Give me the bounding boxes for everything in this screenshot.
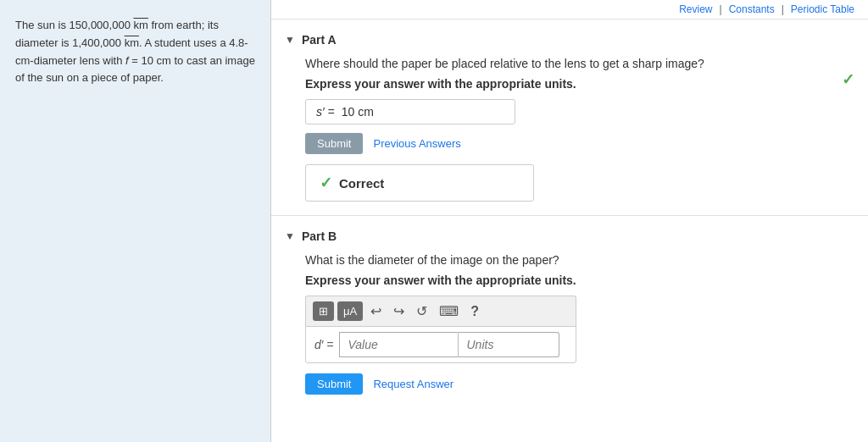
part-a-collapse-arrow: ▼ [285,34,295,46]
refresh-icon: ↺ [416,304,427,318]
sep-2: | [782,3,784,15]
grid-icon: ⊞ [319,305,328,318]
part-a-section: ▼ Part A ✓ Where should the paper be pla… [271,19,868,216]
part-a-checkmark: ✓ [842,70,854,89]
problem-text: The sun is 150,000,000 km from earth; it… [15,19,255,84]
part-a-label: Part A [302,33,337,47]
part-b-header[interactable]: ▼ Part B [271,229,868,253]
refresh-button[interactable]: ↺ [412,301,431,321]
help-button[interactable]: ? [466,302,483,321]
part-a-header[interactable]: ▼ Part A [271,33,868,57]
part-a-eq-label: s′ = [316,105,335,119]
keyboard-button[interactable]: ⌨ [435,301,463,321]
part-b-toolbar: ⊞ μA ↩ ↪ ↺ ⌨ ? [305,296,576,326]
part-b-section: ▼ Part B What is the diameter of the ima… [271,216,868,408]
part-a-content: ✓ Where should the paper be placed relat… [271,57,868,215]
right-panel: Review | Constants | Periodic Table ▼ Pa… [271,0,868,442]
problem-description: The sun is 150,000,000 km from earth; it… [0,0,271,442]
part-a-express: Express your answer with the appropriate… [305,77,854,91]
redo-button[interactable]: ↪ [389,301,409,321]
correct-label: Correct [339,176,384,191]
value-input[interactable] [339,332,458,357]
review-link[interactable]: Review [679,3,712,15]
keyboard-icon: ⌨ [439,304,459,318]
top-navigation: Review | Constants | Periodic Table [271,0,868,19]
part-b-question: What is the diameter of the image on the… [305,253,854,267]
periodic-table-link[interactable]: Periodic Table [791,3,854,15]
part-a-answer-box: s′ = 10 cm [305,99,515,124]
grid-button[interactable]: ⊞ [313,301,334,321]
part-b-collapse-arrow: ▼ [285,230,295,242]
undo-icon: ↩ [370,304,381,318]
part-b-input-row: d′ = [305,326,576,363]
focal-var: f [125,54,129,67]
redo-icon: ↪ [393,304,404,318]
request-answer-link[interactable]: Request Answer [373,378,453,390]
mu-label: μA [343,305,357,318]
help-icon: ? [470,304,479,318]
correct-checkmark-icon: ✓ [320,174,332,192]
constants-link[interactable]: Constants [729,3,775,15]
part-a-answer-value: 10 cm [342,105,374,119]
part-b-actions: Submit Request Answer [305,373,854,395]
part-a-correct-box: ✓ Correct [305,164,534,202]
part-a-submit-button[interactable]: Submit [305,133,363,154]
part-b-submit-button[interactable]: Submit [305,373,363,395]
part-a-question: Where should the paper be placed relativ… [305,57,854,70]
part-b-label: Part B [302,229,337,243]
part-a-prev-answers-link[interactable]: Previous Answers [373,137,460,150]
km-unit-2: km [125,36,139,49]
sep-1: | [720,3,722,15]
part-b-content: What is the diameter of the image on the… [271,253,868,408]
mu-button[interactable]: μA [337,301,363,321]
part-b-express: Express your answer with the appropriate… [305,273,854,287]
km-unit-1: km [134,19,148,31]
units-input[interactable] [458,332,559,357]
part-b-eq-label: d′ = [314,338,334,351]
part-a-action-row: Submit Previous Answers [305,133,854,154]
undo-button[interactable]: ↩ [366,301,386,321]
